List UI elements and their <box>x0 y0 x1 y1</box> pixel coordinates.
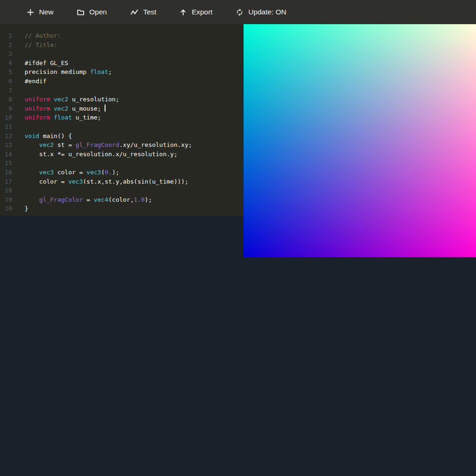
code-lines: 1// Author:2// Title:34#ifdef GL_ES5prec… <box>0 31 244 213</box>
code-line[interactable]: 3 <box>0 49 244 59</box>
test-button-label: Test <box>143 8 156 16</box>
code-line-content: // Author: <box>25 31 61 40</box>
sync-icon <box>236 8 244 16</box>
line-number: 2 <box>0 40 12 50</box>
line-number: 17 <box>0 177 12 186</box>
code-line-content: vec3 color = vec3(0.); <box>25 168 119 177</box>
code-line-content: uniform vec2 u_mouse; <box>25 104 106 113</box>
code-line-content: uniform float u_time; <box>25 113 101 122</box>
toolbar: New Open Test Export Upd <box>0 0 476 24</box>
text-cursor <box>105 105 106 112</box>
code-line[interactable]: 16 vec3 color = vec3(0.); <box>0 168 244 177</box>
line-number: 5 <box>0 67 12 77</box>
line-number: 9 <box>0 104 12 113</box>
code-line-content: void main() { <box>25 132 72 141</box>
update-toggle-label: Update: ON <box>248 8 286 16</box>
code-line-content: #ifdef GL_ES <box>25 59 68 68</box>
line-number: 19 <box>0 195 12 205</box>
activity-icon <box>130 9 139 16</box>
export-button-label: Export <box>192 8 212 16</box>
line-number: 1 <box>0 31 12 40</box>
line-number: 18 <box>0 186 12 195</box>
arrow-up-icon <box>179 8 187 16</box>
code-line[interactable]: 18 <box>0 186 244 195</box>
line-number: 16 <box>0 168 12 177</box>
code-line[interactable]: 15 <box>0 159 244 168</box>
test-button[interactable]: Test <box>130 8 156 16</box>
new-button[interactable]: New <box>26 8 53 16</box>
line-number: 4 <box>0 59 12 68</box>
code-line[interactable]: 11 <box>0 122 244 132</box>
code-line[interactable]: 4#ifdef GL_ES <box>0 59 244 68</box>
code-line[interactable]: 19 gl_FragColor = vec4(color,1.0); <box>0 195 244 205</box>
code-line-content: uniform vec2 u_resolution; <box>25 95 119 104</box>
folder-icon <box>77 8 85 16</box>
code-line[interactable]: 10uniform float u_time; <box>0 113 244 122</box>
line-number: 7 <box>0 86 12 95</box>
code-line[interactable]: 1// Author: <box>0 31 244 40</box>
code-line[interactable]: 8uniform vec2 u_resolution; <box>0 95 244 104</box>
code-line-content: vec2 st = gl_FragCoord.xy/u_resolution.x… <box>25 140 192 150</box>
code-editor[interactable]: 1// Author:2// Title:34#ifdef GL_ES5prec… <box>0 24 244 216</box>
line-number: 3 <box>0 49 12 59</box>
line-number: 8 <box>0 95 12 104</box>
code-line-content: color = vec3(st.x,st.y,abs(sin(u_time)))… <box>25 177 188 186</box>
new-button-label: New <box>39 8 53 16</box>
export-button[interactable]: Export <box>179 8 212 16</box>
line-number: 13 <box>0 140 12 150</box>
open-button-label: Open <box>89 8 107 16</box>
code-line[interactable]: 2// Title: <box>0 40 244 50</box>
line-number: 14 <box>0 150 12 159</box>
line-number: 20 <box>0 204 12 213</box>
code-line-content: gl_FragColor = vec4(color,1.0); <box>25 195 152 205</box>
line-number: 6 <box>0 77 12 86</box>
code-line[interactable]: 12void main() { <box>0 132 244 141</box>
code-line[interactable]: 9uniform vec2 u_mouse; <box>0 104 244 113</box>
code-line-content: st.x *= u_resolution.x/u_resolution.y; <box>25 150 178 159</box>
line-number: 12 <box>0 132 12 141</box>
code-line[interactable]: 5precision mediump float; <box>0 67 244 77</box>
code-line[interactable]: 17 color = vec3(st.x,st.y,abs(sin(u_time… <box>0 177 244 186</box>
code-line-content: // Title: <box>25 40 57 50</box>
open-button[interactable]: Open <box>77 8 107 16</box>
line-number: 10 <box>0 113 12 122</box>
plus-icon <box>26 8 34 16</box>
code-line[interactable]: 7 <box>0 86 244 95</box>
line-number: 11 <box>0 122 12 132</box>
code-line-content: } <box>25 204 28 213</box>
code-line-content: precision mediump float; <box>25 67 112 77</box>
code-line[interactable]: 13 vec2 st = gl_FragCoord.xy/u_resolutio… <box>0 140 244 150</box>
update-toggle-button[interactable]: Update: ON <box>236 8 286 16</box>
code-line[interactable]: 6#endif <box>0 77 244 86</box>
code-line[interactable]: 20} <box>0 204 244 213</box>
code-line-content: #endif <box>25 77 46 86</box>
code-line[interactable]: 14 st.x *= u_resolution.x/u_resolution.y… <box>0 150 244 159</box>
shader-preview-canvas[interactable] <box>244 24 476 257</box>
line-number: 15 <box>0 159 12 168</box>
